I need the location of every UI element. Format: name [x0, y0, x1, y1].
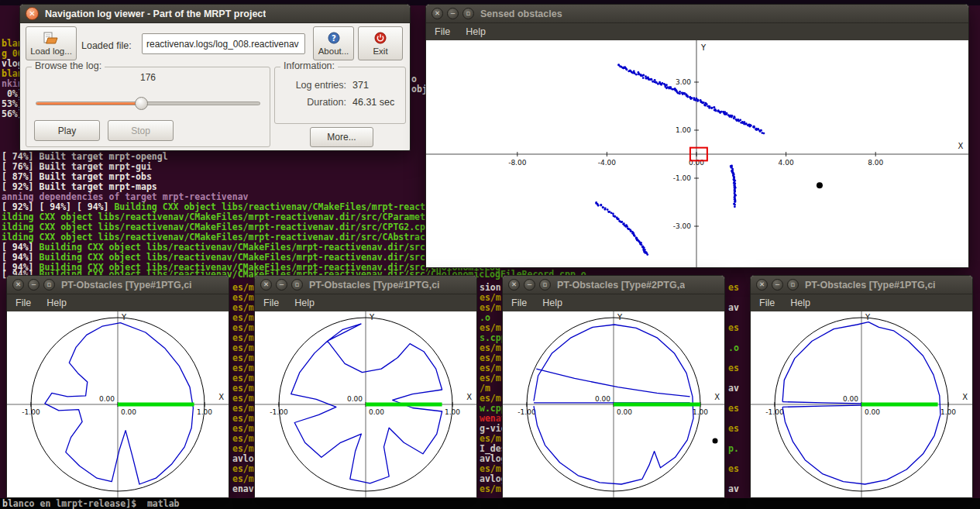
menu-help[interactable]: Help: [294, 297, 315, 308]
maximize-icon[interactable]: ▫: [539, 279, 551, 291]
pt-obstacles-window-1: ✕ − ▫ PT-Obstacles [Type#1PTG,ci File He…: [6, 275, 229, 498]
svg-text:X: X: [218, 393, 224, 401]
minimize-icon[interactable]: −: [772, 279, 783, 291]
sensed-obstacles-window: ✕ − ▫ Sensed obstacles File Help -8.00-4…: [425, 4, 969, 268]
pt4-window-title: PT-Obstacles [Type#1PTG,ci: [805, 280, 936, 291]
close-icon[interactable]: ✕: [12, 279, 24, 291]
loaded-file-label: Loaded file:: [81, 40, 132, 51]
menu-help[interactable]: Help: [46, 297, 67, 308]
load-log-label: Load log...: [30, 46, 72, 56]
load-log-button[interactable]: Load log...: [26, 26, 77, 60]
minimize-icon[interactable]: −: [447, 8, 459, 19]
svg-text:X: X: [958, 142, 964, 150]
svg-text:0.00: 0.00: [99, 395, 115, 403]
pt2-menubar: File Help: [255, 294, 476, 311]
svg-text:1.00: 1.00: [445, 408, 460, 416]
svg-text:X: X: [962, 393, 968, 401]
svg-text:-1.00: -1.00: [765, 408, 784, 416]
log-entries-label: Log entries:: [280, 80, 346, 91]
svg-text:1.00: 1.00: [693, 408, 708, 416]
svg-text:0.00: 0.00: [617, 408, 632, 416]
svg-text:0.00: 0.00: [347, 395, 363, 403]
stop-button[interactable]: Stop: [108, 120, 174, 141]
svg-text:-8.00: -8.00: [508, 159, 527, 167]
pt3-plot-canvas[interactable]: -1.000.001.000.00XY: [503, 311, 724, 497]
svg-text:?: ?: [332, 34, 336, 43]
sensed-titlebar[interactable]: ✕ − ▫ Sensed obstacles: [426, 5, 968, 23]
pt2-titlebar[interactable]: ✕ − ▫ PT-Obstacles [Type#1PTG,ci: [255, 276, 476, 294]
maximize-icon[interactable]: ▫: [462, 8, 474, 19]
maximize-icon[interactable]: ▫: [787, 279, 799, 291]
log-index-value: 176: [26, 72, 270, 83]
exit-label: Exit: [373, 46, 387, 56]
duration-value: 46.31 sec: [352, 97, 394, 108]
loaded-file-input[interactable]: [142, 33, 305, 54]
close-icon[interactable]: ✕: [26, 7, 39, 20]
play-label: Play: [58, 126, 76, 136]
close-icon[interactable]: ✕: [508, 279, 520, 291]
svg-text:Y: Y: [865, 313, 871, 322]
power-icon: [374, 32, 387, 44]
exit-button[interactable]: Exit: [358, 26, 403, 60]
browse-log-group: Browse the log: 176 Play Stop: [26, 67, 270, 147]
pt2-plot-canvas[interactable]: -1.000.001.000.00XY: [255, 311, 476, 497]
svg-text:-1.00: -1.00: [518, 408, 536, 416]
pt1-window-title: PT-Obstacles [Type#1PTG,ci: [61, 280, 192, 291]
menu-file[interactable]: File: [511, 297, 527, 308]
svg-text:X: X: [714, 393, 720, 401]
pt3-titlebar[interactable]: ✕ − ▫ PT-Obstacles [Type#2PTG,a: [503, 276, 724, 294]
log-slider[interactable]: [36, 101, 260, 105]
log-slider-fill: [36, 102, 141, 105]
pt1-titlebar[interactable]: ✕ − ▫ PT-Obstacles [Type#1PTG,ci: [7, 276, 229, 294]
menu-file[interactable]: File: [263, 297, 279, 308]
minimize-icon[interactable]: −: [28, 279, 40, 291]
pt3-menubar: File Help: [503, 294, 724, 311]
play-button[interactable]: Play: [34, 120, 100, 141]
nav-window-title: Navigation log viewer - Part of the MRPT…: [45, 9, 266, 19]
close-icon[interactable]: ✕: [432, 8, 443, 19]
svg-text:1.00: 1.00: [940, 408, 956, 416]
svg-text:-1.00: -1.00: [270, 408, 288, 416]
svg-text:-1.00: -1.00: [673, 174, 692, 182]
sensed-window-title: Sensed obstacles: [480, 9, 562, 19]
pt4-plot-canvas[interactable]: -1.000.001.000.00XY: [751, 311, 972, 497]
sensed-plot-canvas[interactable]: -8.00-4.000.004.008.003.001.00-1.00-3.00…: [426, 40, 968, 267]
information-group: Information: Log entries: 371 Duration: …: [274, 67, 406, 124]
pt2-window-title: PT-Obstacles [Type#1PTG,ci: [309, 280, 440, 291]
menu-file[interactable]: File: [15, 297, 31, 308]
pt1-plot-canvas[interactable]: -1.000.001.000.00XY: [7, 311, 229, 497]
stop-label: Stop: [131, 126, 150, 136]
nav-titlebar[interactable]: ✕ Navigation log viewer - Part of the MR…: [20, 5, 410, 23]
about-button[interactable]: ? About...: [313, 26, 354, 60]
minimize-icon[interactable]: −: [276, 279, 287, 291]
log-slider-handle[interactable]: [135, 97, 148, 110]
log-entries-value: 371: [352, 80, 369, 91]
menu-help[interactable]: Help: [790, 297, 810, 308]
pt4-titlebar[interactable]: ✕ − ▫ PT-Obstacles [Type#1PTG,ci: [751, 276, 972, 294]
svg-text:3.00: 3.00: [676, 78, 691, 86]
load-log-icon: [43, 32, 59, 44]
menu-file[interactable]: File: [759, 297, 775, 308]
duration-label: Duration:: [280, 97, 346, 108]
svg-text:8.00: 8.00: [868, 159, 883, 167]
svg-text:0.00: 0.00: [121, 408, 136, 416]
pt3-window-title: PT-Obstacles [Type#2PTG,a: [557, 280, 685, 291]
svg-text:1.00: 1.00: [676, 126, 691, 134]
pt-obstacles-window-3: ✕ − ▫ PT-Obstacles [Type#2PTG,a File Hel…: [502, 275, 725, 498]
menu-help[interactable]: Help: [466, 26, 486, 37]
close-icon[interactable]: ✕: [756, 279, 768, 291]
svg-text:0.00: 0.00: [595, 395, 610, 403]
more-button[interactable]: More...: [310, 127, 373, 147]
close-icon[interactable]: ✕: [260, 279, 272, 291]
maximize-icon[interactable]: ▫: [43, 279, 55, 291]
menu-help[interactable]: Help: [542, 297, 562, 308]
svg-text:4.00: 4.00: [779, 159, 794, 167]
more-label: More...: [327, 132, 356, 143]
minimize-icon[interactable]: −: [524, 279, 535, 291]
svg-text:Y: Y: [369, 313, 375, 322]
maximize-icon[interactable]: ▫: [291, 279, 303, 291]
menu-file[interactable]: File: [435, 26, 450, 37]
about-label: About...: [318, 46, 349, 56]
svg-text:Y: Y: [617, 313, 623, 322]
svg-text:-3.00: -3.00: [673, 222, 692, 230]
